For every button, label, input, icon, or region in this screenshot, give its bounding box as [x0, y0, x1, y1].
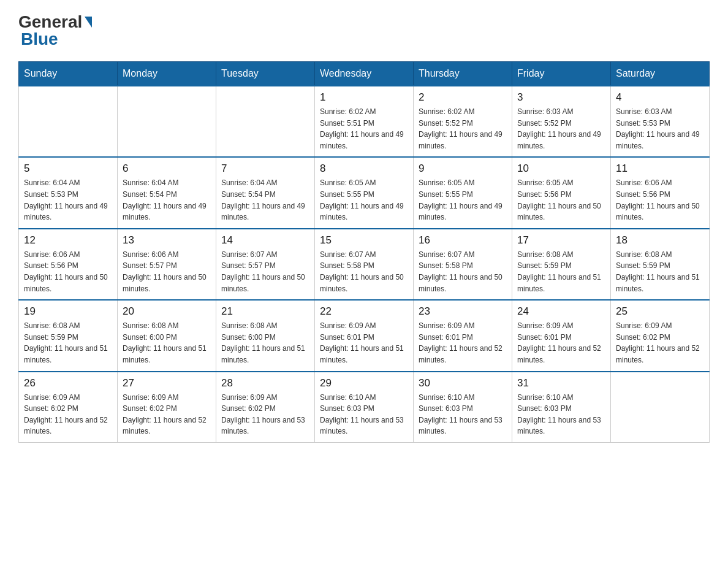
day-number: 14 [221, 234, 309, 247]
day-number: 8 [320, 163, 408, 175]
day-info: Sunrise: 6:04 AMSunset: 5:54 PMDaylight:… [123, 177, 211, 223]
day-cell-15: 15Sunrise: 6:07 AMSunset: 5:58 PMDayligh… [315, 229, 414, 300]
day-number: 9 [419, 163, 507, 175]
day-info: Sunrise: 6:09 AMSunset: 6:02 PMDaylight:… [616, 320, 704, 366]
day-number: 18 [616, 234, 704, 247]
day-cell-28: 28Sunrise: 6:09 AMSunset: 6:02 PMDayligh… [216, 372, 315, 443]
day-info: Sunrise: 6:09 AMSunset: 6:01 PMDaylight:… [517, 320, 605, 366]
day-info: Sunrise: 6:07 AMSunset: 5:58 PMDaylight:… [419, 249, 507, 294]
day-cell-5: 5Sunrise: 6:04 AMSunset: 5:53 PMDaylight… [19, 157, 118, 228]
day-info: Sunrise: 6:10 AMSunset: 6:03 PMDaylight:… [320, 392, 408, 437]
day-info: Sunrise: 6:06 AMSunset: 5:56 PMDaylight:… [24, 249, 112, 294]
day-number: 15 [320, 234, 408, 247]
day-info: Sunrise: 6:10 AMSunset: 6:03 PMDaylight:… [517, 392, 605, 437]
weekday-header-wednesday: Wednesday [315, 62, 414, 86]
empty-cell [611, 372, 710, 443]
day-info: Sunrise: 6:08 AMSunset: 5:59 PMDaylight:… [24, 320, 112, 366]
weekday-header-monday: Monday [118, 62, 216, 86]
logo-triangle-icon [85, 17, 92, 28]
day-cell-25: 25Sunrise: 6:09 AMSunset: 6:02 PMDayligh… [611, 300, 710, 371]
day-cell-24: 24Sunrise: 6:09 AMSunset: 6:01 PMDayligh… [512, 300, 611, 371]
day-number: 29 [320, 377, 408, 389]
week-row-1: 1Sunrise: 6:02 AMSunset: 5:51 PMDaylight… [19, 86, 710, 157]
day-number: 1 [320, 91, 408, 104]
day-cell-2: 2Sunrise: 6:02 AMSunset: 5:52 PMDaylight… [414, 86, 512, 157]
day-info: Sunrise: 6:07 AMSunset: 5:57 PMDaylight:… [221, 249, 309, 294]
day-number: 26 [24, 377, 112, 389]
day-cell-30: 30Sunrise: 6:10 AMSunset: 6:03 PMDayligh… [414, 372, 512, 443]
day-number: 2 [419, 91, 507, 104]
day-cell-8: 8Sunrise: 6:05 AMSunset: 5:55 PMDaylight… [315, 157, 414, 228]
day-number: 6 [123, 163, 211, 175]
day-number: 31 [517, 377, 605, 389]
day-number: 22 [320, 305, 408, 318]
day-cell-19: 19Sunrise: 6:08 AMSunset: 5:59 PMDayligh… [19, 300, 118, 371]
day-number: 28 [221, 377, 309, 389]
day-number: 13 [123, 234, 211, 247]
empty-cell [19, 86, 118, 157]
day-number: 17 [517, 234, 605, 247]
day-info: Sunrise: 6:08 AMSunset: 5:59 PMDaylight:… [517, 249, 605, 294]
day-info: Sunrise: 6:07 AMSunset: 5:58 PMDaylight:… [320, 249, 408, 294]
day-number: 20 [123, 305, 211, 318]
day-info: Sunrise: 6:03 AMSunset: 5:53 PMDaylight:… [616, 106, 704, 151]
day-number: 30 [419, 377, 507, 389]
day-number: 21 [221, 305, 309, 318]
day-info: Sunrise: 6:08 AMSunset: 6:00 PMDaylight:… [123, 320, 211, 366]
weekday-header-saturday: Saturday [611, 62, 710, 86]
day-cell-4: 4Sunrise: 6:03 AMSunset: 5:53 PMDaylight… [611, 86, 710, 157]
day-info: Sunrise: 6:06 AMSunset: 5:57 PMDaylight:… [123, 249, 211, 294]
week-row-5: 26Sunrise: 6:09 AMSunset: 6:02 PMDayligh… [19, 372, 710, 443]
day-cell-1: 1Sunrise: 6:02 AMSunset: 5:51 PMDaylight… [315, 86, 414, 157]
day-info: Sunrise: 6:08 AMSunset: 5:59 PMDaylight:… [616, 249, 704, 294]
day-cell-18: 18Sunrise: 6:08 AMSunset: 5:59 PMDayligh… [611, 229, 710, 300]
week-row-2: 5Sunrise: 6:04 AMSunset: 5:53 PMDaylight… [19, 157, 710, 228]
day-cell-13: 13Sunrise: 6:06 AMSunset: 5:57 PMDayligh… [118, 229, 216, 300]
day-info: Sunrise: 6:06 AMSunset: 5:56 PMDaylight:… [616, 177, 704, 223]
day-number: 10 [517, 163, 605, 175]
day-cell-20: 20Sunrise: 6:08 AMSunset: 6:00 PMDayligh… [118, 300, 216, 371]
page-header: General Blue [18, 12, 710, 49]
day-info: Sunrise: 6:09 AMSunset: 6:02 PMDaylight:… [24, 392, 112, 437]
day-info: Sunrise: 6:10 AMSunset: 6:03 PMDaylight:… [419, 392, 507, 437]
day-cell-16: 16Sunrise: 6:07 AMSunset: 5:58 PMDayligh… [414, 229, 512, 300]
day-number: 24 [517, 305, 605, 318]
empty-cell [118, 86, 216, 157]
day-number: 27 [123, 377, 211, 389]
day-info: Sunrise: 6:02 AMSunset: 5:51 PMDaylight:… [320, 106, 408, 151]
day-number: 4 [616, 91, 704, 104]
day-cell-29: 29Sunrise: 6:10 AMSunset: 6:03 PMDayligh… [315, 372, 414, 443]
day-info: Sunrise: 6:05 AMSunset: 5:55 PMDaylight:… [419, 177, 507, 223]
day-cell-3: 3Sunrise: 6:03 AMSunset: 5:52 PMDaylight… [512, 86, 611, 157]
day-info: Sunrise: 6:03 AMSunset: 5:52 PMDaylight:… [517, 106, 605, 151]
week-row-4: 19Sunrise: 6:08 AMSunset: 5:59 PMDayligh… [19, 300, 710, 371]
day-number: 19 [24, 305, 112, 318]
weekday-header-thursday: Thursday [414, 62, 512, 86]
weekday-header-row: SundayMondayTuesdayWednesdayThursdayFrid… [19, 62, 710, 86]
day-cell-12: 12Sunrise: 6:06 AMSunset: 5:56 PMDayligh… [19, 229, 118, 300]
logo-blue-text: Blue [18, 29, 58, 49]
day-info: Sunrise: 6:09 AMSunset: 6:02 PMDaylight:… [123, 392, 211, 437]
day-number: 11 [616, 163, 704, 175]
weekday-header-tuesday: Tuesday [216, 62, 315, 86]
logo: General Blue [18, 12, 92, 49]
empty-cell [216, 86, 315, 157]
day-cell-22: 22Sunrise: 6:09 AMSunset: 6:01 PMDayligh… [315, 300, 414, 371]
day-info: Sunrise: 6:04 AMSunset: 5:54 PMDaylight:… [221, 177, 309, 223]
day-info: Sunrise: 6:09 AMSunset: 6:02 PMDaylight:… [221, 392, 309, 437]
day-info: Sunrise: 6:05 AMSunset: 5:56 PMDaylight:… [517, 177, 605, 223]
weekday-header-friday: Friday [512, 62, 611, 86]
day-number: 25 [616, 305, 704, 318]
day-number: 23 [419, 305, 507, 318]
day-cell-6: 6Sunrise: 6:04 AMSunset: 5:54 PMDaylight… [118, 157, 216, 228]
day-cell-10: 10Sunrise: 6:05 AMSunset: 5:56 PMDayligh… [512, 157, 611, 228]
day-number: 3 [517, 91, 605, 104]
day-cell-17: 17Sunrise: 6:08 AMSunset: 5:59 PMDayligh… [512, 229, 611, 300]
day-cell-23: 23Sunrise: 6:09 AMSunset: 6:01 PMDayligh… [414, 300, 512, 371]
day-info: Sunrise: 6:04 AMSunset: 5:53 PMDaylight:… [24, 177, 112, 223]
day-number: 7 [221, 163, 309, 175]
day-number: 12 [24, 234, 112, 247]
day-info: Sunrise: 6:09 AMSunset: 6:01 PMDaylight:… [419, 320, 507, 366]
day-cell-14: 14Sunrise: 6:07 AMSunset: 5:57 PMDayligh… [216, 229, 315, 300]
day-cell-9: 9Sunrise: 6:05 AMSunset: 5:55 PMDaylight… [414, 157, 512, 228]
